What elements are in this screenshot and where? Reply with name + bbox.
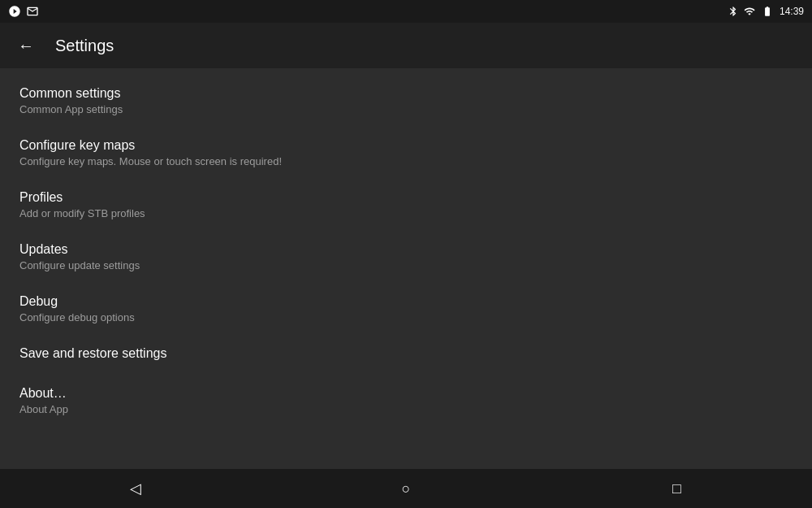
nav-back-button[interactable]: ◁ bbox=[115, 469, 156, 508]
settings-item-5[interactable]: Save and restore settings bbox=[0, 335, 812, 375]
settings-item-subtitle-0: Common App settings bbox=[19, 103, 793, 115]
settings-item-subtitle-1: Configure key maps. Mouse or touch scree… bbox=[19, 155, 793, 167]
settings-item-subtitle-2: Add or modify STB profiles bbox=[19, 207, 793, 219]
app-bar-title: Settings bbox=[55, 37, 114, 55]
settings-item-1[interactable]: Configure key mapsConfigure key maps. Mo… bbox=[0, 127, 812, 179]
app-icon-1 bbox=[8, 5, 21, 18]
bluetooth-icon bbox=[728, 6, 739, 17]
settings-item-title-1: Configure key maps bbox=[19, 138, 793, 153]
battery-icon bbox=[760, 6, 775, 17]
settings-item-title-4: Debug bbox=[19, 294, 793, 309]
navigation-bar: ◁ ○ □ bbox=[0, 469, 812, 508]
app-bar: ← Settings bbox=[0, 23, 812, 68]
status-bar-left bbox=[8, 5, 39, 18]
settings-item-subtitle-4: Configure debug options bbox=[19, 311, 793, 323]
settings-item-4[interactable]: DebugConfigure debug options bbox=[0, 283, 812, 335]
nav-recent-button[interactable]: □ bbox=[656, 469, 697, 508]
wifi-icon bbox=[744, 6, 755, 17]
app-icon-2 bbox=[26, 5, 39, 18]
settings-item-subtitle-6: About App bbox=[19, 403, 793, 415]
settings-item-title-6: About… bbox=[19, 386, 793, 401]
status-bar-right: 14:39 bbox=[728, 6, 804, 17]
settings-item-title-5: Save and restore settings bbox=[19, 346, 793, 361]
settings-item-6[interactable]: About…About App bbox=[0, 375, 812, 427]
settings-item-title-3: Updates bbox=[19, 242, 793, 257]
settings-list: Common settingsCommon App settingsConfig… bbox=[0, 68, 812, 433]
settings-item-3[interactable]: UpdatesConfigure update settings bbox=[0, 231, 812, 283]
nav-home-button[interactable]: ○ bbox=[386, 469, 426, 508]
settings-item-title-0: Common settings bbox=[19, 86, 793, 101]
time-display: 14:39 bbox=[780, 6, 804, 17]
status-bar: 14:39 bbox=[0, 0, 812, 23]
back-button[interactable]: ← bbox=[13, 33, 39, 59]
settings-item-title-2: Profiles bbox=[19, 190, 793, 205]
settings-item-subtitle-3: Configure update settings bbox=[19, 259, 793, 271]
settings-item-2[interactable]: ProfilesAdd or modify STB profiles bbox=[0, 179, 812, 231]
settings-item-0[interactable]: Common settingsCommon App settings bbox=[0, 75, 812, 127]
